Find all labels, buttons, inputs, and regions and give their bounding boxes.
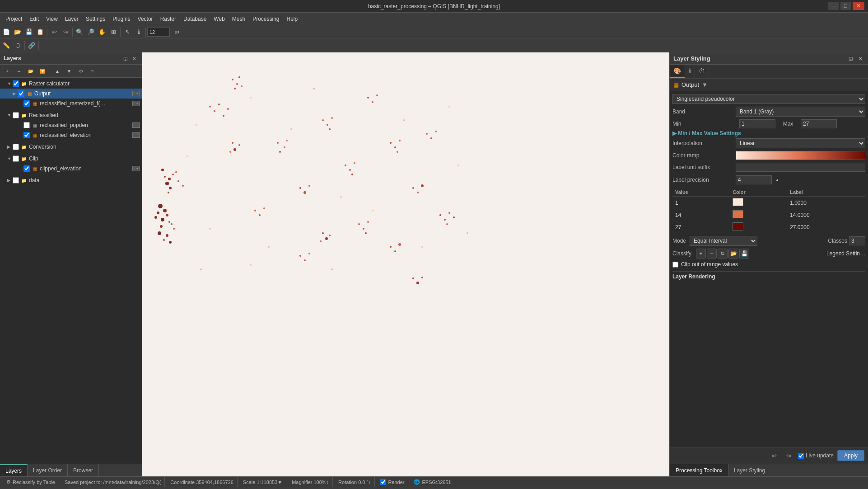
layer-elev-check[interactable] [23, 132, 30, 138]
redo-styling-btn[interactable]: ↪ [784, 450, 794, 461]
render-check[interactable] [380, 479, 386, 485]
layer-down-btn[interactable]: ▼ [64, 66, 75, 76]
min-input[interactable] [739, 119, 775, 128]
menu-help[interactable]: Help [283, 15, 302, 23]
status-magnifier[interactable]: Magnifier 100% ↕ [288, 477, 333, 487]
status-rotation[interactable]: Rotation 0.0 ° ↕ [335, 477, 375, 487]
map-area[interactable] [142, 52, 669, 476]
color-row-1-swatch-cell[interactable] [730, 197, 787, 209]
menu-vector[interactable]: Vector [134, 15, 157, 23]
menu-plugins[interactable]: Plugins [109, 15, 134, 23]
tab-layer-order[interactable]: Layer Order [28, 464, 68, 476]
remove-layer-btn[interactable]: – [14, 66, 24, 76]
classify-refresh-btn[interactable]: ↻ [718, 249, 728, 259]
interpolation-select[interactable]: Linear Discrete Exact [736, 138, 865, 148]
menu-layer[interactable]: Layer [61, 15, 82, 23]
styling-close-btn[interactable]: ✕ [856, 54, 864, 62]
group-data-header[interactable]: ▶ 📁 data [0, 175, 142, 185]
label-precision-input[interactable] [736, 175, 772, 184]
classify-add-btn[interactable]: + [696, 249, 706, 259]
label-unit-input[interactable] [736, 163, 865, 172]
color-row-27-swatch-cell[interactable] [730, 221, 787, 233]
label-precision-up[interactable]: ▲ [772, 174, 783, 185]
layer-output[interactable]: ▶ ▦ Output ⋯ [0, 89, 142, 99]
color-swatch-27[interactable] [733, 222, 743, 230]
styling-float-btn[interactable]: ◱ [846, 54, 854, 62]
status-scale[interactable]: Scale 1:118853 ▼ [239, 477, 286, 487]
group-conversion-header[interactable]: ▶ 📁 Conversion [0, 142, 142, 152]
layer-clipped-elevation[interactable]: ▦ clipped_elevation ⋯ [0, 164, 142, 174]
styling-layer-selector[interactable]: ▦ Output ▼ [670, 79, 868, 91]
band-select[interactable]: Band 1 (Gray) [736, 107, 865, 117]
layer-popden-check[interactable] [23, 122, 30, 128]
tab-layer-styling[interactable]: Layer Styling [728, 464, 770, 476]
layer-reclassified-rasterized[interactable]: ▦ reclassified_rasterized_f(… ⋯ [0, 99, 142, 108]
menu-project[interactable]: Project [2, 15, 26, 23]
group-reclassified-check[interactable] [13, 112, 19, 118]
styling-icon-info[interactable]: ℹ [685, 65, 695, 78]
save-project-btn[interactable]: 💾 [23, 27, 34, 38]
redo-btn[interactable]: ↪ [60, 27, 71, 38]
node-btn[interactable]: ⬡ [12, 40, 23, 51]
open-project-btn[interactable]: 📂 [12, 27, 23, 38]
layer-reclassified-popden[interactable]: ▦ reclassified_popden ⋯ [0, 120, 142, 130]
apply-btn[interactable]: Apply [837, 450, 864, 461]
live-update-check[interactable] [798, 453, 804, 459]
layer-clipped-elev-check[interactable] [23, 165, 30, 172]
menu-mesh[interactable]: Mesh [229, 15, 249, 23]
tab-processing-toolbox[interactable]: Processing Toolbox [670, 464, 728, 476]
classes-input[interactable] [849, 236, 865, 245]
filter-layer-btn[interactable]: 🔽 [37, 66, 48, 76]
layer-up-btn[interactable]: ▲ [52, 66, 63, 76]
snap-btn[interactable]: 🔗 [26, 40, 37, 51]
color-swatch-14[interactable] [733, 210, 743, 218]
menu-processing[interactable]: Processing [249, 15, 283, 23]
menu-web[interactable]: Web [210, 15, 228, 23]
layer-recl-rast-check[interactable] [23, 100, 30, 107]
new-project-btn[interactable]: 📄 [1, 27, 12, 38]
status-render[interactable]: Render [377, 477, 408, 487]
font-size-input[interactable] [147, 28, 170, 37]
mode-select[interactable]: Equal Interval Quantile Natural Breaks [690, 236, 757, 246]
undo-styling-btn[interactable]: ↩ [769, 450, 780, 461]
classify-save-btn[interactable]: 💾 [739, 249, 749, 259]
minimize-btn[interactable]: – [828, 2, 839, 10]
group-reclassified-header[interactable]: ▼ 📁 Reclassified [0, 110, 142, 120]
layer-legend-btn[interactable]: ≡ [87, 66, 98, 76]
menu-view[interactable]: View [42, 15, 61, 23]
tab-browser[interactable]: Browser [68, 464, 99, 476]
layers-collapse-btn[interactable]: ◱ [121, 54, 129, 62]
zoom-full-btn[interactable]: ⊞ [108, 27, 119, 38]
layers-close-btn[interactable]: ✕ [130, 54, 138, 62]
clip-range-check[interactable] [672, 262, 678, 268]
maximize-btn[interactable]: □ [840, 2, 851, 10]
layer-props-btn[interactable]: ⚙ [75, 66, 86, 76]
group-conversion-check[interactable] [13, 144, 19, 150]
classify-load-btn[interactable]: 📂 [728, 249, 738, 259]
digitize-btn[interactable]: ✏️ [1, 40, 12, 51]
styling-icon-history[interactable]: ⏱ [695, 65, 709, 78]
zoom-out-btn[interactable]: 🔎 [85, 27, 96, 38]
max-input[interactable] [801, 119, 837, 128]
renderer-select[interactable]: Singleband pseudocolor [672, 94, 865, 104]
identify-btn[interactable]: ℹ [133, 27, 144, 38]
group-raster-calc-check[interactable] [13, 80, 19, 87]
group-data-check[interactable] [13, 177, 19, 183]
menu-database[interactable]: Database [180, 15, 210, 23]
select-btn[interactable]: ↖ [122, 27, 133, 38]
tab-layers[interactable]: Layers [0, 464, 28, 476]
open-layer-btn[interactable]: 📂 [25, 66, 36, 76]
menu-edit[interactable]: Edit [26, 15, 42, 23]
zoom-in-btn[interactable]: 🔍 [74, 27, 85, 38]
layer-reclassified-elevation[interactable]: ▦ reclassified_elevation ⋯ [0, 130, 142, 140]
classify-remove-btn[interactable]: – [707, 249, 717, 259]
close-btn[interactable]: ✕ [853, 2, 864, 10]
menu-raster[interactable]: Raster [157, 15, 180, 23]
color-swatch-1[interactable] [733, 198, 743, 206]
styling-icon-paint[interactable]: 🎨 [670, 65, 685, 78]
pan-btn[interactable]: ✋ [97, 27, 107, 38]
menu-settings[interactable]: Settings [82, 15, 109, 23]
minmax-settings-header[interactable]: ▶ Min / Max Value Settings [672, 130, 865, 136]
group-clip-check[interactable] [13, 155, 19, 162]
group-clip-header[interactable]: ▼ 📁 Clip [0, 154, 142, 164]
